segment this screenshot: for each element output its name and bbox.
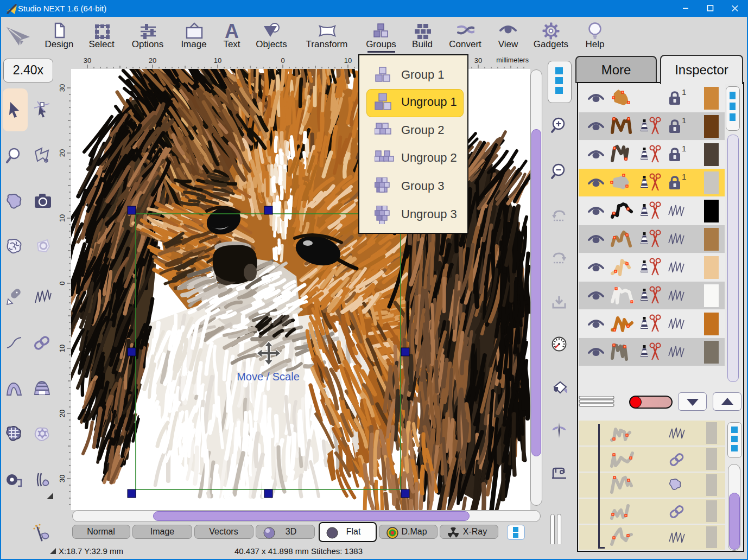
svg-text:30: 30 [474, 56, 482, 65]
svg-text:10: 10 [344, 56, 352, 65]
svg-text:30: 30 [58, 84, 66, 92]
svg-text:20: 20 [149, 56, 156, 65]
svg-text:A: A [225, 22, 239, 40]
svg-text:0: 0 [281, 56, 284, 65]
svg-text:20: 20 [58, 149, 66, 157]
svg-text:Move / Scale: Move / Scale [237, 371, 300, 383]
svg-text:10: 10 [58, 345, 66, 352]
svg-text:10: 10 [58, 214, 66, 222]
svg-text:millimeters: millimeters [496, 56, 529, 64]
svg-text:30: 30 [58, 475, 66, 482]
svg-text:10: 10 [214, 56, 221, 65]
svg-text:0: 0 [58, 281, 66, 285]
svg-text:20: 20 [58, 410, 66, 417]
svg-text:30: 30 [84, 56, 91, 65]
